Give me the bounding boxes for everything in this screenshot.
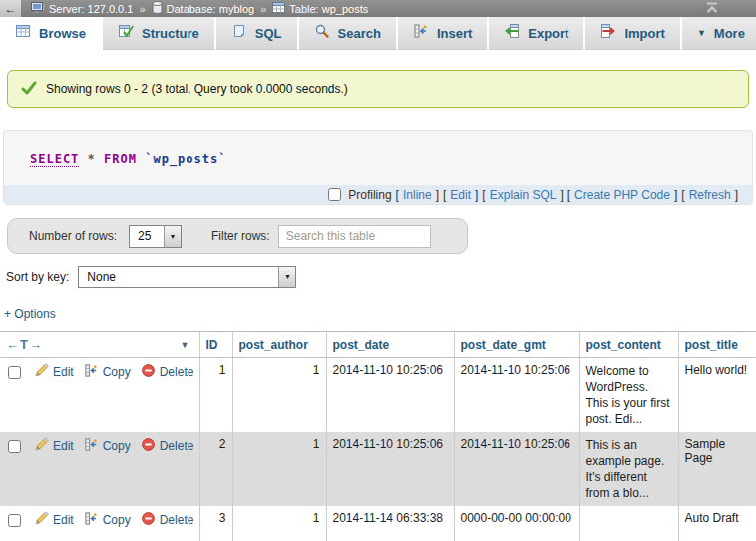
breadcrumb-separator: » — [139, 3, 145, 15]
delete-icon — [141, 437, 156, 455]
column-header-post-date[interactable]: post_date — [326, 332, 454, 358]
results-header-row: ←T→ ▼ ID post_author post_date post_date… — [0, 332, 756, 358]
breadcrumb-table[interactable]: Table: wp_posts — [272, 2, 368, 16]
row-checkbox[interactable] — [8, 440, 21, 453]
cell-post-title: Sample Page — [678, 432, 756, 506]
select-caret-icon: ▼ — [164, 226, 181, 247]
tab-export-label: Export — [528, 26, 568, 41]
import-icon — [600, 23, 616, 43]
column-header-id[interactable]: ID — [199, 332, 232, 358]
scroll-to-top-button[interactable] — [704, 1, 720, 17]
cell-post-date-gmt: 2014-11-10 10:25:06 — [454, 358, 579, 433]
create-php-code-link[interactable]: Create PHP Code — [574, 188, 670, 202]
table-row: Edit Copy Delete 1 1 2014-11-10 1 — [0, 358, 756, 433]
cell-post-author: 1 — [232, 432, 326, 506]
sort-row: Sort by key: None ▼ — [6, 266, 756, 288]
sql-keyword-select[interactable]: SELECT — [30, 152, 79, 167]
explain-sql-link[interactable]: Explain SQL — [490, 188, 557, 202]
rows-per-page-select[interactable]: 25 ▼ — [129, 225, 182, 248]
left-arrow-icon: ← — [5, 2, 17, 16]
cell-post-author: 1 — [232, 506, 326, 541]
tab-more[interactable]: ▼ More — [682, 17, 756, 50]
bracket: [ — [567, 188, 570, 202]
delete-row-link[interactable]: Delete — [141, 437, 194, 455]
tab-export[interactable]: Export — [489, 17, 585, 50]
delete-row-link[interactable]: Delete — [141, 511, 194, 529]
tab-browse[interactable]: Browse — [0, 17, 103, 50]
bracket: ] — [735, 188, 738, 202]
tab-insert[interactable]: Insert — [398, 17, 489, 50]
options-toggle-link[interactable]: + Options — [4, 307, 56, 321]
phpmyadmin-page: ← Server: 127.0.0.1 » Database: myblog »… — [0, 0, 756, 541]
row-checkbox[interactable] — [8, 366, 21, 379]
refresh-link[interactable]: Refresh — [689, 188, 731, 202]
copy-label: Copy — [103, 439, 131, 453]
pencil-icon — [34, 363, 49, 381]
tab-structure-label: Structure — [142, 26, 199, 41]
number-of-rows-label: Number of rows: — [29, 229, 117, 243]
pencil-icon — [34, 511, 49, 529]
nav-collapse-button[interactable]: ← — [0, 0, 21, 17]
copy-row-link[interactable]: Copy — [84, 437, 131, 455]
edit-row-link[interactable]: Edit — [34, 511, 74, 529]
browse-icon — [15, 23, 31, 43]
delete-label: Delete — [160, 365, 194, 379]
rows-per-page-value: 25 — [130, 229, 164, 243]
cell-post-date: 2014-11-14 06:33:38 — [326, 506, 454, 541]
bracket: [ — [482, 188, 485, 202]
table-row: Edit Copy Delete 2 1 2014-11-10 1 — [0, 432, 756, 506]
results-controls-bar: Number of rows: 25 ▼ Filter rows: — [7, 218, 468, 254]
sql-toolbar: Profiling [ Inline ] [ Edit ] [ Explain … — [4, 185, 752, 204]
edit-row-link[interactable]: Edit — [34, 363, 74, 381]
delete-label: Delete — [160, 439, 194, 453]
cell-post-author: 1 — [232, 358, 326, 433]
column-actions-header[interactable]: ←T→ ▼ — [0, 332, 199, 358]
filter-rows-label: Filter rows: — [211, 229, 270, 243]
inline-link[interactable]: Inline — [403, 188, 432, 202]
structure-icon — [118, 23, 134, 43]
cell-id: 2 — [199, 432, 232, 506]
delete-label: Delete — [160, 513, 194, 527]
column-header-post-date-gmt[interactable]: post_date_gmt — [454, 332, 579, 358]
tab-sql[interactable]: SQL — [216, 17, 299, 50]
tab-import-label: Import — [624, 26, 664, 41]
bracket: [ — [443, 188, 446, 202]
cell-post-date: 2014-11-10 10:25:06 — [326, 358, 454, 433]
filter-search-input[interactable] — [278, 225, 431, 248]
row-checkbox[interactable] — [8, 514, 21, 527]
tab-structure[interactable]: Structure — [103, 17, 216, 50]
sql-star: * — [88, 152, 96, 166]
tab-search[interactable]: Search — [299, 17, 398, 50]
tab-import[interactable]: Import — [585, 17, 681, 50]
breadcrumb-database[interactable]: Database: myblog — [152, 1, 255, 16]
breadcrumb: Server: 127.0.0.1 » Database: myblog » T… — [31, 1, 368, 16]
edit-query-link[interactable]: Edit — [450, 188, 471, 202]
profiling-checkbox[interactable] — [328, 188, 341, 201]
breadcrumb-bar: ← Server: 127.0.0.1 » Database: myblog »… — [0, 0, 756, 17]
bracket: [ — [396, 188, 399, 202]
copy-label: Copy — [103, 365, 131, 379]
breadcrumb-table-label: Table: wp_posts — [289, 3, 368, 15]
row-actions-cell: Edit Copy Delete — [0, 358, 199, 433]
column-header-post-title[interactable]: post_title — [678, 332, 756, 358]
breadcrumb-server[interactable]: Server: 127.0.0.1 — [31, 2, 133, 16]
copy-icon — [84, 363, 99, 381]
sort-dropdown-icon[interactable]: ▼ — [181, 340, 189, 350]
bracket: ] — [475, 188, 478, 202]
cell-post-content: This is an example page. It's different … — [579, 432, 678, 506]
tab-search-label: Search — [338, 26, 381, 41]
copy-icon — [84, 511, 99, 529]
tab-bar: Browse Structure SQL Search Insert Expor… — [0, 17, 756, 50]
sort-by-key-label: Sort by key: — [6, 270, 69, 284]
sql-keyword-from: FROM — [104, 152, 137, 166]
delete-row-link[interactable]: Delete — [141, 363, 194, 381]
copy-row-link[interactable]: Copy — [84, 511, 131, 529]
copy-row-link[interactable]: Copy — [84, 363, 131, 381]
column-nav-icon[interactable]: ←T→ — [6, 337, 43, 352]
column-header-post-author[interactable]: post_author — [232, 332, 326, 358]
edit-row-link[interactable]: Edit — [34, 437, 74, 455]
column-header-post-content[interactable]: post_content — [579, 332, 678, 358]
table-row: Edit Copy Delete 3 1 2014-11-14 0 — [0, 506, 756, 541]
server-icon — [31, 2, 45, 16]
sort-by-key-select[interactable]: None ▼ — [78, 266, 296, 288]
